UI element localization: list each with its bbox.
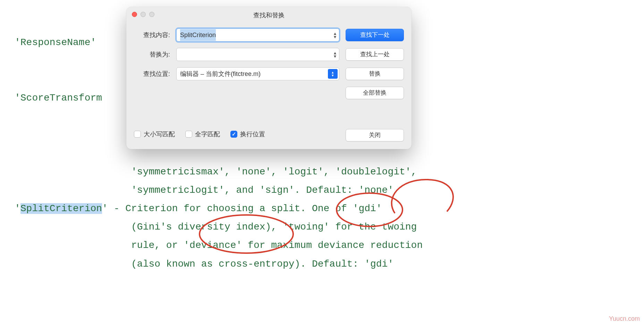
find-prev-button[interactable]: 查找上一处: [346, 48, 404, 61]
close-icon[interactable]: [132, 12, 137, 17]
chevron-updown-icon[interactable]: [334, 50, 336, 59]
replace-label: 替换为:: [134, 49, 170, 60]
where-select-value: 编辑器 – 当前文件(fitctree.m): [180, 68, 261, 80]
wrap-checkbox[interactable]: 换行位置: [230, 128, 265, 140]
replace-all-button[interactable]: 全部替换: [346, 87, 404, 99]
find-input-value: SplitCriterion: [180, 29, 216, 41]
code-line: 'ResponseName': [15, 37, 96, 48]
code-line: 'symmetriclogit', and 'sign'. Default: '…: [15, 185, 393, 196]
dialog-titlebar[interactable]: 查找和替换: [126, 7, 412, 24]
code-line: (Gini's diversity index), 'twoing' for t…: [15, 222, 417, 232]
whole-word-checkbox[interactable]: 全字匹配: [185, 128, 220, 140]
zoom-icon: [149, 12, 154, 17]
case-match-label: 大小写匹配: [144, 128, 175, 140]
chevron-updown-icon[interactable]: [328, 69, 338, 79]
find-next-button[interactable]: 查找下一处: [346, 29, 404, 41]
find-label: 查找内容:: [134, 29, 170, 41]
close-button[interactable]: 关闭: [346, 129, 404, 141]
code-line: 'symmetricismax', 'none', 'logit', 'doub…: [15, 166, 417, 177]
dialog-title: 查找和替换: [126, 9, 412, 21]
where-label: 查找位置:: [134, 68, 170, 80]
code-line: rule, or 'deviance' for maximum deviance…: [15, 240, 423, 251]
wrap-label: 换行位置: [240, 128, 265, 140]
code-line: 'ScoreTransform: [15, 93, 102, 103]
case-match-checkbox[interactable]: 大小写匹配: [134, 128, 175, 140]
code-line: ' - Criterion for choosing a split. One …: [102, 203, 382, 214]
code-line: (also known as cross-entropy). Default: …: [15, 259, 393, 269]
find-replace-dialog: 查找和替换 查找内容: SplitCriterion 查找下一处 替换为: 查找…: [126, 7, 412, 149]
code-line: ': [15, 203, 20, 214]
replace-input[interactable]: [176, 48, 339, 61]
whole-word-label: 全字匹配: [195, 128, 220, 140]
options-row: 大小写匹配 全字匹配 换行位置: [134, 128, 265, 140]
minimize-icon: [141, 12, 146, 17]
replace-button[interactable]: 替换: [346, 68, 404, 80]
search-highlight: SplitCriterion: [20, 203, 102, 214]
find-input[interactable]: SplitCriterion: [176, 28, 339, 42]
watermark: Yuucn.com: [609, 313, 640, 325]
where-select[interactable]: 编辑器 – 当前文件(fitctree.m): [176, 67, 339, 80]
chevron-updown-icon[interactable]: [334, 31, 336, 39]
